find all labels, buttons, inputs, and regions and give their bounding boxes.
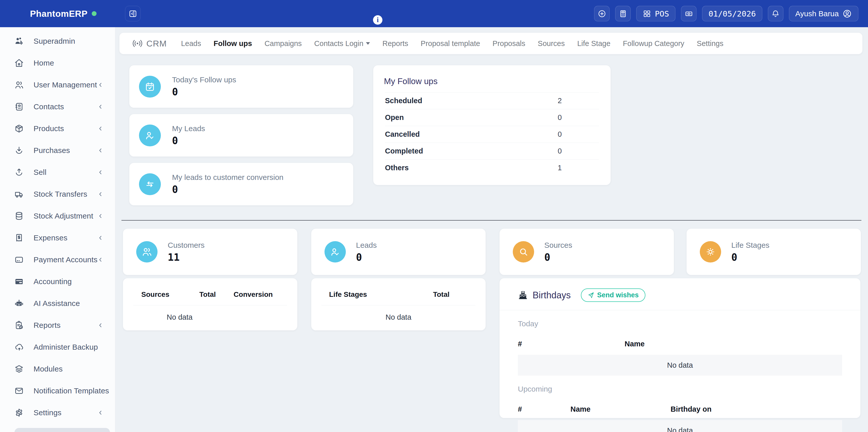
- pos-label: POS: [655, 9, 669, 18]
- crm-logo[interactable]: CRM: [132, 38, 167, 49]
- sidebar-item-label: Modules: [34, 365, 63, 373]
- user-name: Ayush Barua: [795, 9, 839, 18]
- sidebar-item-label: Reports: [34, 321, 60, 330]
- sidebar-item-purchases[interactable]: Purchases: [0, 140, 115, 161]
- sidebar-item-payment-accounts[interactable]: Payment Accounts: [0, 249, 115, 271]
- sources-table-header: Sources Total Conversion: [123, 290, 297, 299]
- sidebar-item-settings[interactable]: Settings: [0, 402, 115, 424]
- tab-follow-ups[interactable]: Follow ups: [213, 39, 252, 48]
- home-icon: [14, 58, 24, 68]
- tab-contacts-login-label: Contacts Login: [314, 39, 363, 48]
- notifications-button[interactable]: [768, 6, 783, 21]
- sidebar-item-label: Payment Accounts: [34, 255, 98, 264]
- chevron-left-icon: [97, 234, 104, 241]
- column-header: Name: [625, 340, 645, 348]
- cash-register-button[interactable]: [681, 6, 696, 21]
- chevron-left-icon: [97, 256, 104, 263]
- sidebar-item-label: Expenses: [34, 234, 67, 242]
- stat-title: Sources: [544, 241, 572, 250]
- user-menu-button[interactable]: Ayush Barua: [789, 6, 858, 21]
- column-header: Birthday on: [671, 405, 711, 413]
- row-label: Completed: [385, 147, 423, 155]
- robot-icon: [14, 299, 24, 308]
- sidebar-item-reports[interactable]: Reports: [0, 314, 115, 336]
- section-divider: [121, 220, 861, 221]
- stat-title: Life Stages: [731, 241, 769, 250]
- column-header: #: [518, 340, 625, 348]
- sidebar-item-label: Stock Transfers: [34, 190, 87, 198]
- life-stages-table-card: Life Stages Total No data: [311, 278, 486, 330]
- tab-proposals[interactable]: Proposals: [492, 39, 525, 48]
- widget-title: My Leads: [172, 124, 205, 133]
- chevron-left-icon: [97, 169, 104, 176]
- my-followups-title: My Follow ups: [373, 73, 611, 92]
- mail-icon: [14, 386, 24, 396]
- sidebar-item-administer-backup[interactable]: Administer Backup: [0, 336, 115, 358]
- sidebar-item-contacts[interactable]: Contacts: [0, 96, 115, 118]
- user-check-icon: [139, 125, 161, 146]
- ledger-card-icon: [14, 277, 24, 286]
- current-date: 01/05/2026: [708, 9, 756, 18]
- chevron-left-icon: [97, 322, 104, 329]
- database-icon: [14, 211, 24, 221]
- leads-conversion-card: My leads to customer conversion 0: [129, 163, 353, 205]
- calculator-button[interactable]: [615, 6, 631, 21]
- grid-icon: [643, 9, 651, 18]
- crm-tabs: Leads Follow ups Campaigns Contacts Logi…: [181, 39, 723, 48]
- tab-contacts-login[interactable]: Contacts Login: [314, 39, 370, 48]
- tab-settings[interactable]: Settings: [697, 39, 723, 48]
- sidebar-item-label: Purchases: [34, 146, 70, 155]
- info-icon[interactable]: i: [373, 15, 382, 25]
- customers-stat-card: Customers 11: [123, 229, 297, 275]
- send-wishes-button[interactable]: Send wishes: [581, 288, 645, 302]
- row-value: 0: [558, 147, 562, 155]
- sidebar-item-ai-assistance[interactable]: AI Assistance: [0, 292, 115, 314]
- date-button[interactable]: 01/05/2026: [702, 6, 762, 21]
- tab-followup-category[interactable]: Followup Category: [623, 39, 684, 48]
- sun-icon: [700, 241, 721, 263]
- quick-add-button[interactable]: [594, 6, 610, 21]
- sidebar-item-stock-adjustment[interactable]: Stock Adjustment: [0, 205, 115, 227]
- pos-button[interactable]: POS: [636, 6, 675, 21]
- banknote-icon: [685, 9, 693, 18]
- followup-row-cancelled: Cancelled 0: [385, 126, 599, 143]
- sidebar-item-home[interactable]: Home: [0, 52, 115, 74]
- bell-icon: [771, 9, 780, 18]
- row-label: Cancelled: [385, 130, 420, 138]
- life-stages-table-header: Life Stages Total: [311, 290, 486, 299]
- sidebar-item-sell[interactable]: Sell: [0, 161, 115, 183]
- tab-proposal-template[interactable]: Proposal template: [421, 39, 480, 48]
- user-circle-icon: [842, 9, 852, 19]
- tab-reports[interactable]: Reports: [382, 39, 408, 48]
- chevron-left-icon: [97, 125, 104, 132]
- sidebar-item-products[interactable]: Products: [0, 118, 115, 140]
- tab-leads[interactable]: Leads: [181, 39, 201, 48]
- tab-sources[interactable]: Sources: [538, 39, 565, 48]
- users-gear-icon: [14, 36, 24, 46]
- user-check-icon: [324, 241, 346, 263]
- stat-value: 0: [356, 252, 377, 263]
- birthdays-card: Birthdays Send wishes Today # Name No da…: [500, 278, 860, 418]
- column-header: Total: [199, 290, 216, 299]
- tab-life-stage[interactable]: Life Stage: [577, 39, 611, 48]
- stat-title: Customers: [168, 241, 205, 250]
- sidebar-item-accounting[interactable]: Accounting: [0, 271, 115, 292]
- widget-title: Today's Follow ups: [172, 75, 236, 84]
- stat-value: 0: [544, 252, 572, 263]
- chevron-left-icon: [97, 409, 104, 416]
- sidebar-item-label: Sell: [34, 168, 46, 177]
- followup-row-open: Open 0: [385, 109, 599, 126]
- crm-label: CRM: [146, 39, 167, 49]
- sidebar-item-label: Superadmin: [34, 37, 75, 45]
- sidebar-scrollbar[interactable]: [14, 428, 110, 432]
- transfer-arrows-icon: [139, 173, 161, 195]
- todays-followups-card: Today's Follow ups 0: [129, 65, 353, 108]
- sidebar-item-user-management[interactable]: User Management: [0, 74, 115, 96]
- sidebar-item-superadmin[interactable]: Superadmin: [0, 30, 115, 52]
- sidebar-item-modules[interactable]: Modules: [0, 358, 115, 380]
- sidebar-item-notification-templates[interactable]: Notification Templates: [0, 380, 115, 402]
- sidebar-collapse-button[interactable]: [125, 6, 141, 21]
- sidebar-item-stock-transfers[interactable]: Stock Transfers: [0, 183, 115, 205]
- sidebar-item-expenses[interactable]: Expenses: [0, 227, 115, 249]
- tab-campaigns[interactable]: Campaigns: [265, 39, 302, 48]
